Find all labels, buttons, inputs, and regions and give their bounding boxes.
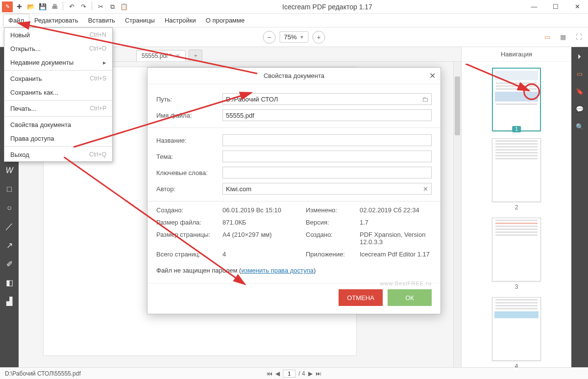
author-field[interactable]: Kiwi.com✕	[222, 183, 432, 195]
layout-grid-icon[interactable]: ▦	[558, 32, 568, 43]
ok-button[interactable]: ОК	[388, 289, 432, 306]
redo-icon[interactable]: ↷	[78, 1, 89, 12]
next-page-icon[interactable]: ▶	[308, 370, 313, 377]
title-field[interactable]	[222, 134, 432, 146]
menu-exit[interactable]: ВыходCtrl+Q	[4, 148, 112, 161]
file-menu-dropdown: НовыйCtrl+N Открыть...Ctrl+O Недавние до…	[4, 27, 113, 162]
bookmark-icon[interactable]: 🔖	[574, 85, 586, 97]
thumb-page-2[interactable]: 2	[492, 138, 541, 211]
menu-recent[interactable]: Недавние документы▸	[4, 55, 112, 69]
first-page-icon[interactable]: ⏮	[267, 370, 272, 377]
new-tab-button[interactable]: +	[189, 50, 202, 61]
stamp-tool-icon[interactable]: ▟	[2, 294, 16, 308]
thumb-page-3[interactable]: 3	[492, 218, 541, 290]
path-label: Путь:	[156, 96, 222, 103]
pagesize-label: Размер страницы:	[156, 231, 222, 246]
right-toolstrip: ⏵ ▭ 🔖 💬 🔍	[571, 47, 588, 367]
close-button[interactable]: ✕	[566, 0, 588, 14]
app-value: Icecream Pdf Editor 1.17	[360, 251, 432, 258]
page-input[interactable]	[283, 370, 295, 378]
open-icon[interactable]: 📂	[25, 1, 36, 12]
keywords-field[interactable]	[222, 167, 432, 178]
zoom-value[interactable]: 75%▼	[280, 31, 309, 43]
zoom-controls: − 75%▼ +	[263, 31, 325, 44]
menu-settings[interactable]: Настройки	[160, 14, 201, 27]
version-label: Версия:	[306, 219, 360, 226]
dialog-title: Свойства документа	[264, 72, 324, 79]
path-field[interactable]: D:/Рабочий СТОЛ🗀	[222, 93, 432, 105]
menu-doc-properties[interactable]: Свойства документа	[4, 118, 112, 131]
copy-icon[interactable]: ⧉	[107, 1, 118, 12]
window-title: Icecream PDF редактор 1.17	[131, 3, 523, 11]
arrow-tool-icon[interactable]: ↗	[2, 238, 16, 252]
subject-label: Тема:	[156, 153, 222, 160]
menu-new[interactable]: НовыйCtrl+N	[4, 28, 112, 42]
document-tab[interactable]: 55555.pdf * ✕	[136, 50, 186, 61]
quick-access-toolbar: ✎ ✚ 📂 💾 🖶 ↶ ↷ ✂ ⧉ 📋	[0, 1, 131, 12]
fullscreen-icon[interactable]: ⛶	[573, 32, 584, 43]
zoom-in-button[interactable]: +	[312, 31, 325, 44]
filename-field[interactable]: 55555.pdf	[222, 109, 432, 121]
watermark: www.BestFREE.ru	[380, 280, 432, 286]
status-path: D:\Рабочий СТОЛ\55555.pdf	[5, 370, 81, 377]
menu-pages[interactable]: Страницы	[120, 14, 160, 27]
expand-icon[interactable]: ⏵	[574, 50, 586, 62]
app-icon: ✎	[2, 1, 13, 12]
new-icon[interactable]: ✚	[14, 1, 24, 12]
comment-icon[interactable]: 💬	[574, 103, 586, 115]
created-value: 06.01.2019 Вс 15:10	[222, 206, 306, 214]
search-icon[interactable]: 🔍	[574, 121, 586, 132]
menu-saveas[interactable]: Сохранить как...	[4, 85, 112, 99]
menu-print[interactable]: Печать...Ctrl+P	[4, 101, 112, 115]
menu-insert[interactable]: Вставить	[83, 14, 120, 27]
page-total: / 4	[298, 370, 305, 377]
menu-save[interactable]: СохранитьCtrl+S	[4, 72, 112, 85]
navigation-panel: Навигация 1 2 3 4	[461, 47, 571, 367]
last-page-icon[interactable]: ⏭	[316, 370, 321, 377]
undo-icon[interactable]: ↶	[66, 1, 77, 12]
modified-value: 02.02.2019 Сб 22:34	[360, 206, 432, 214]
minimize-button[interactable]: ―	[523, 0, 545, 14]
tab-close-icon[interactable]: ✕	[175, 52, 180, 59]
browse-icon[interactable]: 🗀	[422, 96, 428, 103]
print-icon[interactable]: 🖶	[49, 1, 60, 12]
pencil-tool-icon[interactable]: ✐	[2, 257, 16, 271]
maximize-button[interactable]: ☐	[545, 0, 566, 14]
menu-edit[interactable]: Редактировать	[29, 14, 83, 27]
rect-tool-icon[interactable]: □	[2, 182, 16, 196]
subject-field[interactable]	[222, 151, 432, 162]
thumbnails-icon[interactable]: ▭	[574, 68, 586, 79]
statusbar: D:\Рабочий СТОЛ\55555.pdf ⏮ ◀ / 4 ▶ ⏭	[0, 367, 588, 379]
modified-label: Изменено:	[306, 206, 360, 214]
layout-single-icon[interactable]: ▭	[542, 32, 553, 43]
prev-page-icon[interactable]: ◀	[275, 370, 280, 377]
pagesize-value: A4 (210×297 мм)	[222, 231, 306, 246]
pages-label: Всего страниц:	[156, 251, 222, 258]
creator-label: Создано:	[306, 231, 360, 246]
size-value: 871.0КБ	[222, 219, 306, 226]
zoom-out-button[interactable]: −	[263, 31, 276, 44]
pages-value: 4	[222, 251, 306, 258]
document-properties-dialog: Свойства документа ✕ Путь:D:/Рабочий СТО…	[147, 67, 441, 314]
menu-about[interactable]: О программе	[201, 14, 250, 27]
save-icon[interactable]: 💾	[37, 1, 48, 12]
menu-permissions[interactable]: Права доступа	[4, 131, 112, 145]
eraser-tool-icon[interactable]: ◧	[2, 276, 16, 289]
change-permissions-link[interactable]: изменить права доступа	[241, 267, 313, 274]
document-tab-label: 55555.pdf *	[142, 52, 172, 59]
line-tool-icon[interactable]: ／	[2, 220, 16, 233]
thumb-page-4[interactable]: 4	[492, 297, 541, 367]
circle-tool-icon[interactable]: ○	[2, 201, 16, 215]
vertical-scrollbar[interactable]	[453, 62, 461, 367]
cancel-button[interactable]: ОТМЕНА	[339, 289, 383, 306]
wave-tool-icon[interactable]: W	[2, 164, 16, 177]
titlebar: ✎ ✚ 📂 💾 🖶 ↶ ↷ ✂ ⧉ 📋 Icecream PDF редакто…	[0, 0, 588, 14]
cut-icon[interactable]: ✂	[95, 1, 106, 12]
clear-icon[interactable]: ✕	[423, 185, 428, 193]
author-label: Автор:	[156, 185, 222, 193]
paste-icon[interactable]: 📋	[119, 1, 129, 12]
menu-file[interactable]: Файл	[3, 14, 29, 27]
dialog-close-icon[interactable]: ✕	[429, 71, 436, 80]
menu-open[interactable]: Открыть...Ctrl+O	[4, 42, 112, 55]
title-label: Название:	[156, 137, 222, 144]
